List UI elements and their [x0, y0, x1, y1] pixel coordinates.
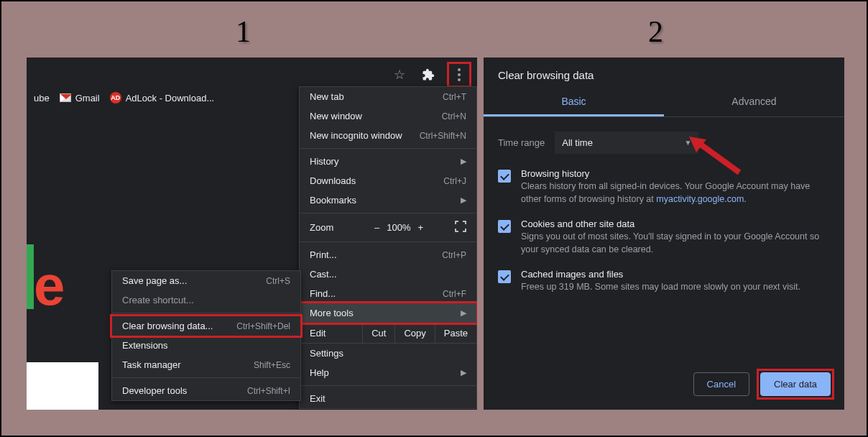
- gmail-icon: [60, 93, 71, 102]
- option-cached-desc: Frees up 319 MB. Some sites may load mor…: [521, 281, 800, 294]
- option-cookies-desc: Signs you out of most sites. You'll stay…: [521, 231, 830, 256]
- menu-edit: Edit Cut Copy Paste: [300, 323, 476, 344]
- menu-settings[interactable]: Settings: [300, 344, 476, 363]
- chevron-down-icon: ▼: [684, 139, 691, 147]
- tab-basic[interactable]: Basic: [484, 88, 664, 116]
- menu-more-tools[interactable]: More tools▶: [297, 301, 477, 325]
- chrome-window: ☆ ube Gmail AD AdLock - Download... e Ne…: [27, 58, 477, 410]
- option-cookies: Cookies and other site data Signs you ou…: [484, 211, 844, 262]
- option-browsing-history-title: Browsing history: [521, 168, 830, 179]
- bookmark-gmail-label: Gmail: [75, 93, 100, 104]
- chevron-right-icon: ▶: [461, 196, 466, 205]
- dialog-title: Clear browsing data: [484, 58, 844, 84]
- zoom-label: Zoom: [310, 222, 367, 233]
- cancel-button[interactable]: Cancel: [693, 372, 749, 396]
- chevron-right-icon: ▶: [461, 157, 466, 166]
- chevron-right-icon: ▶: [461, 368, 466, 377]
- bookmark-youtube[interactable]: ube: [34, 93, 50, 104]
- menu-print[interactable]: Print...Ctrl+P: [300, 245, 476, 264]
- fullscreen-icon[interactable]: [455, 221, 466, 234]
- submenu-create-shortcut[interactable]: Create shortcut...: [112, 290, 300, 310]
- menu-zoom: Zoom – 100% +: [300, 216, 476, 239]
- menu-find[interactable]: Find...Ctrl+F: [300, 284, 476, 303]
- menu-button-highlight: [447, 62, 471, 88]
- zoom-out-button[interactable]: –: [374, 222, 379, 233]
- checkbox-cookies[interactable]: [498, 220, 511, 233]
- option-browsing-history-desc: Clears history from all signed-in device…: [521, 180, 830, 206]
- clear-data-button[interactable]: Clear data: [760, 372, 831, 396]
- option-cached-title: Cached images and files: [521, 269, 800, 280]
- bookmark-gmail[interactable]: Gmail: [60, 93, 100, 104]
- page-content-fragment: [27, 362, 98, 410]
- menu-cast[interactable]: Cast...: [300, 264, 476, 284]
- edit-cut-button[interactable]: Cut: [362, 323, 394, 343]
- checkbox-cached[interactable]: [498, 270, 511, 283]
- bookmark-star-icon[interactable]: ☆: [389, 65, 410, 85]
- chrome-main-menu: New tabCtrl+T New windowCtrl+N New incog…: [299, 86, 477, 409]
- menu-bookmarks[interactable]: Bookmarks▶: [300, 190, 476, 210]
- bookmarks-bar: ube Gmail AD AdLock - Download...: [27, 88, 221, 108]
- chevron-right-icon: ▶: [461, 308, 466, 318]
- edit-label: Edit: [300, 323, 362, 343]
- submenu-task-manager[interactable]: Task managerShift+Esc: [112, 355, 300, 374]
- menu-new-window[interactable]: New windowCtrl+N: [300, 106, 476, 126]
- kebab-menu-icon[interactable]: [452, 65, 466, 84]
- time-range-select[interactable]: All time ▼: [555, 132, 698, 154]
- myactivity-link[interactable]: myactivity.google.com: [656, 194, 744, 204]
- clear-data-highlight: Clear data: [757, 369, 834, 400]
- submenu-clear-browsing-data[interactable]: Clear browsing data...Ctrl+Shift+Del: [110, 314, 303, 338]
- extensions-puzzle-icon[interactable]: [418, 65, 438, 85]
- edit-copy-button[interactable]: Copy: [394, 323, 434, 343]
- bookmark-adlock[interactable]: AD AdLock - Download...: [110, 92, 215, 104]
- menu-new-tab[interactable]: New tabCtrl+T: [300, 87, 476, 106]
- menu-incognito[interactable]: New incognito windowCtrl+Shift+N: [300, 126, 476, 145]
- time-range-value: All time: [562, 137, 593, 148]
- submenu-extensions[interactable]: Extensions: [112, 336, 300, 355]
- menu-exit[interactable]: Exit: [300, 389, 476, 408]
- option-cached: Cached images and files Frees up 319 MB.…: [484, 262, 844, 300]
- more-tools-submenu: Save page as...Ctrl+S Create shortcut...…: [111, 270, 301, 401]
- submenu-developer-tools[interactable]: Developer toolsCtrl+Shift+I: [112, 381, 300, 400]
- dialog-tabs: Basic Advanced: [484, 88, 844, 117]
- bookmark-adlock-label: AdLock - Download...: [126, 93, 215, 104]
- adlock-icon: AD: [110, 92, 121, 104]
- option-browsing-history: Browsing history Clears history from all…: [484, 161, 844, 211]
- checkbox-browsing-history[interactable]: [498, 170, 511, 183]
- google-logo-fragment: e: [27, 244, 70, 316]
- option-cookies-title: Cookies and other site data: [521, 218, 830, 229]
- zoom-percent: 100%: [387, 222, 410, 233]
- submenu-save-page[interactable]: Save page as...Ctrl+S: [112, 271, 300, 290]
- menu-history[interactable]: History▶: [300, 152, 476, 171]
- edit-paste-button[interactable]: Paste: [435, 323, 476, 343]
- step-2-label: 2: [648, 14, 663, 49]
- tab-advanced[interactable]: Advanced: [664, 88, 844, 116]
- clear-browsing-data-dialog: Clear browsing data Basic Advanced Time …: [484, 58, 844, 410]
- step-1-label: 1: [236, 14, 251, 49]
- zoom-in-button[interactable]: +: [417, 222, 423, 233]
- menu-downloads[interactable]: DownloadsCtrl+J: [300, 171, 476, 190]
- time-range-label: Time range: [498, 137, 545, 148]
- menu-help[interactable]: Help▶: [300, 363, 476, 382]
